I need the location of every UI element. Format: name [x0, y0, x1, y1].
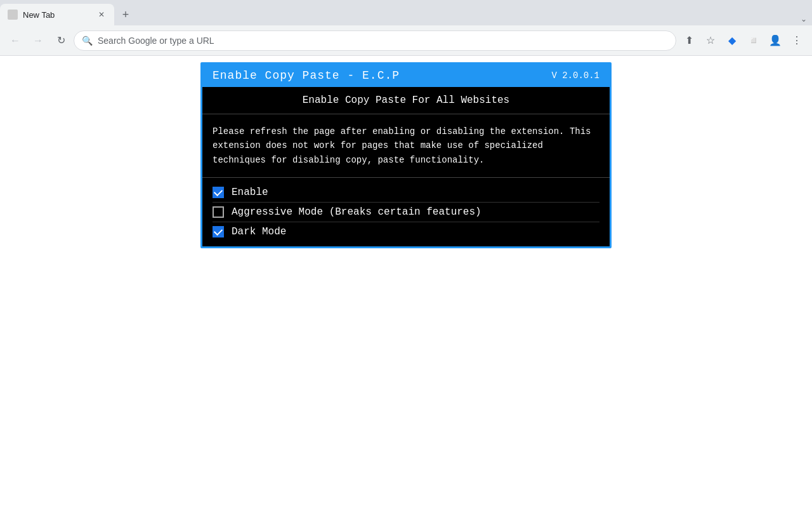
page-content: Enable Copy Paste - E.C.P V 2.0.0.1 Enab… — [0, 56, 812, 508]
tab-favicon — [8, 10, 18, 20]
extension-icon[interactable]: ◆ — [722, 30, 742, 51]
address-text: Search Google or type a URL — [98, 36, 668, 46]
tab-strip-menu-icon[interactable]: ⌄ — [801, 15, 807, 23]
enable-checkbox[interactable] — [213, 187, 224, 198]
popup-version: V 2.0.0.1 — [551, 70, 599, 81]
popup-options: Enable Aggressive Mode (Breaks certain f… — [202, 178, 610, 246]
option-row-darkmode: Dark Mode — [213, 222, 599, 241]
profile-icon[interactable]: 👤 — [765, 30, 785, 51]
share-icon[interactable]: ⬆ — [679, 30, 699, 51]
bookmark-icon[interactable]: ☆ — [700, 30, 721, 51]
popup-header: Enable Copy Paste - E.C.P V 2.0.0.1 — [202, 64, 610, 87]
dark-mode-label[interactable]: Dark Mode — [232, 226, 286, 237]
option-row-enable: Enable — [213, 183, 599, 203]
tab-title: New Tab — [23, 10, 91, 20]
address-input[interactable]: 🔍 Search Google or type a URL — [74, 30, 676, 51]
new-tab-button[interactable]: + — [117, 6, 134, 23]
reload-button[interactable]: ↻ — [51, 30, 71, 51]
extensions-puzzle-icon[interactable]: ◽ — [743, 30, 764, 51]
aggressive-mode-label[interactable]: Aggressive Mode (Breaks certain features… — [232, 206, 481, 218]
browser-frame: New Tab ✕ + ⌄ ← → ↻ 🔍 Search Google or t… — [0, 0, 812, 508]
address-bar: ← → ↻ 🔍 Search Google or type a URL ⬆ ☆ … — [0, 25, 812, 56]
search-icon: 🔍 — [82, 36, 93, 46]
popup-title: Enable Copy Paste - E.C.P — [213, 69, 400, 82]
popup-description: Please refresh the page after enabling o… — [202, 114, 610, 178]
enable-label[interactable]: Enable — [232, 187, 268, 198]
tab-close-button[interactable]: ✕ — [96, 10, 107, 20]
popup-subtitle: Enable Copy Paste For All Websites — [202, 87, 610, 114]
popup-body: Enable Copy Paste For All Websites Pleas… — [202, 87, 610, 246]
dark-mode-checkbox[interactable] — [213, 226, 224, 237]
aggressive-mode-checkbox[interactable] — [213, 206, 224, 218]
tab-bar: New Tab ✕ + ⌄ — [0, 0, 812, 25]
tab-bar-end: ⌄ — [134, 15, 812, 25]
menu-icon[interactable]: ⋮ — [787, 30, 807, 51]
toolbar-icons: ⬆ ☆ ◆ ◽ 👤 ⋮ — [679, 30, 807, 51]
extension-popup: Enable Copy Paste - E.C.P V 2.0.0.1 Enab… — [200, 62, 612, 248]
back-button[interactable]: ← — [5, 30, 25, 51]
forward-button[interactable]: → — [28, 30, 48, 51]
browser-tab[interactable]: New Tab ✕ — [0, 4, 114, 25]
option-row-aggressive: Aggressive Mode (Breaks certain features… — [213, 203, 599, 222]
